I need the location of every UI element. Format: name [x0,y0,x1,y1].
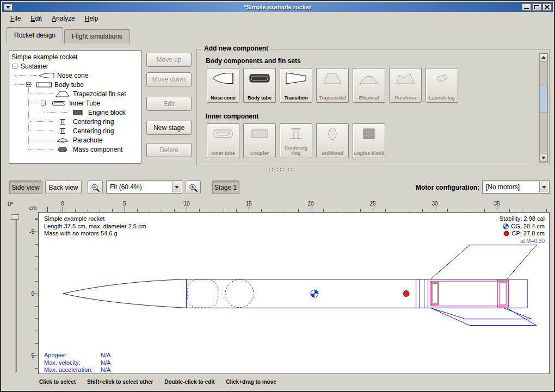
menubar: File Edit Analyze Help [2,12,553,25]
add-engine-block-button[interactable]: Engine block [353,123,385,158]
tree-item-centering-ring-1[interactable]: Centering ring [9,117,141,126]
tree-item-mass-component[interactable]: Mass component [9,145,141,154]
nose-cone-icon [39,72,55,79]
collapse-icon[interactable] [13,64,17,69]
app-window: *Simple example rocket File Edit Analyze… [0,0,555,392]
tree-item-fin-set[interactable]: Trapezoidal fin set [9,89,141,98]
component-scrollbar[interactable] [539,53,548,163]
cp-value: CP: 27.8 cm [511,230,545,238]
maximize-icon [534,5,539,9]
add-bulkhead-button[interactable]: Bulkhead [316,123,349,158]
splitter-handle[interactable] [266,167,294,171]
add-transition-button[interactable]: Transition [280,68,312,103]
rotation-slider-track[interactable] [15,215,17,372]
tree-item-sustainer[interactable]: Sustainer [9,61,141,71]
cg-marker [311,290,318,297]
titlebar: *Simple example rocket [2,2,553,12]
add-launch-lug-button[interactable]: Launch lug [425,68,458,103]
add-coupler-button[interactable]: Coupler [243,123,276,158]
tree-item-rocket[interactable]: Simple example rocket [9,52,141,61]
collapse-icon[interactable] [26,82,31,87]
stage-1-toggle[interactable]: Stage 1 [212,181,239,194]
rotation-slider-handle[interactable] [11,214,19,220]
back-view-button[interactable]: Back view [45,181,82,194]
tree-item-body-tube[interactable]: Body tube [9,80,141,89]
tree-item-nose-cone[interactable]: Nose cone [9,71,141,80]
tree-item-parachute[interactable]: Parachute [9,135,141,145]
tab-rocket-design[interactable]: Rocket design [7,27,63,43]
zoom-in-button[interactable] [186,181,201,194]
coupler-icon [248,126,272,141]
zoom-select[interactable]: Fit (60.4%) [106,181,182,194]
max-velocity-value: N/A [101,359,110,366]
tree-item-engine-block[interactable]: Engine block [9,108,141,117]
hint-shift-click: Shift+click to select other [87,379,153,385]
chevron-down-icon[interactable] [172,182,181,192]
stability-info: Stability: 2.98 cal CG: 20.4 cm CP: 27.8… [499,215,545,245]
rocket-name: Simple example rocket [44,215,146,223]
rocket-canvas[interactable]: Simple example rocket Length 37.5 cm, ma… [38,212,550,374]
mach-note: at M=0.30 [499,238,545,245]
centering-ring-icon [284,126,308,141]
zoom-out-button[interactable] [88,181,103,194]
window-menu-icon[interactable] [4,4,13,11]
window-title: *Simple example rocket [2,4,553,10]
menu-help[interactable]: Help [80,13,103,24]
bulkhead-icon [320,126,344,141]
hint-click-drag: Click+drag to move [226,379,276,385]
edit-button[interactable]: Edit [146,97,192,111]
max-acceleration-value: N/A [101,366,110,373]
side-view-button[interactable]: Side view [9,181,42,194]
collapse-icon[interactable] [41,101,46,105]
trapezoidal-fin-icon [320,71,344,86]
add-component-panel: Add new component Body components and fi… [196,49,550,165]
launch-lug-icon [430,71,454,86]
add-freeform-fin-button[interactable]: Freeform [389,68,422,103]
apogee-value: N/A [101,352,110,358]
motor-configuration-select[interactable]: [No motors] [482,181,550,194]
minimize-button[interactable] [522,3,531,11]
add-trapezoidal-fin-button[interactable]: Trapezoidal [316,68,349,103]
nose-cone-icon [211,71,235,86]
centering-ring-icon [54,128,71,134]
move-down-button[interactable]: Move down [146,72,192,86]
menu-file[interactable]: File [5,13,26,24]
chevron-down-icon[interactable] [539,182,548,192]
add-nose-cone-button[interactable]: Nose cone [207,68,239,103]
menu-edit[interactable]: Edit [26,13,47,24]
tab-flight-simulations[interactable]: Flight simulations [64,29,130,43]
parachute-icon [54,137,71,144]
tree-connector [43,105,44,113]
scroll-up-icon[interactable] [540,53,547,61]
trapezoidal-fin-icon [54,91,71,97]
menu-analyze[interactable]: Analyze [47,13,80,24]
hint-double-click: Double-click to edit [164,379,214,385]
tree-item-centering-ring-2[interactable]: Centering ring [9,126,141,135]
engine-block-icon [70,109,86,116]
close-button[interactable] [542,3,552,11]
move-up-button[interactable]: Move up [146,53,192,67]
max-velocity-label: Max. velocity: [44,359,101,367]
inner-tube-icon [211,126,235,141]
scroll-down-icon[interactable] [540,154,547,162]
rocket-info: Simple example rocket Length 37.5 cm, ma… [44,215,146,238]
add-centering-ring-button[interactable]: Centering ring [280,123,312,158]
flight-data: Apogee:N/A Max. velocity:N/A Max. accele… [44,352,110,374]
component-tree[interactable]: Simple example rocket Sustainer Nose con… [9,50,141,164]
horizontal-ruler: 0 5 10 15 20 25 30 35 [38,200,550,212]
engine-block-icon [357,126,381,141]
cp-marker [403,291,409,297]
scrollbar-thumb[interactable] [540,85,547,113]
new-stage-button[interactable]: New stage [146,121,192,135]
add-inner-tube-button[interactable]: Inner tube [207,123,239,158]
tabstrip: Rocket design Flight simulations [2,27,553,43]
add-body-tube-button[interactable]: Body tube [243,68,276,103]
body-components-label: Body components and fin sets [206,57,301,65]
maximize-button[interactable] [532,3,541,11]
body-tube-icon [36,82,52,88]
tree-item-inner-tube[interactable]: Inner Tube [9,98,141,108]
cp-icon [503,231,509,237]
delete-button[interactable]: Delete [146,143,192,157]
rocket-dimensions: Length 37.5 cm, max. diameter 2.5 cm [44,223,146,231]
add-elliptical-fin-button[interactable]: Elliptical [353,68,385,103]
